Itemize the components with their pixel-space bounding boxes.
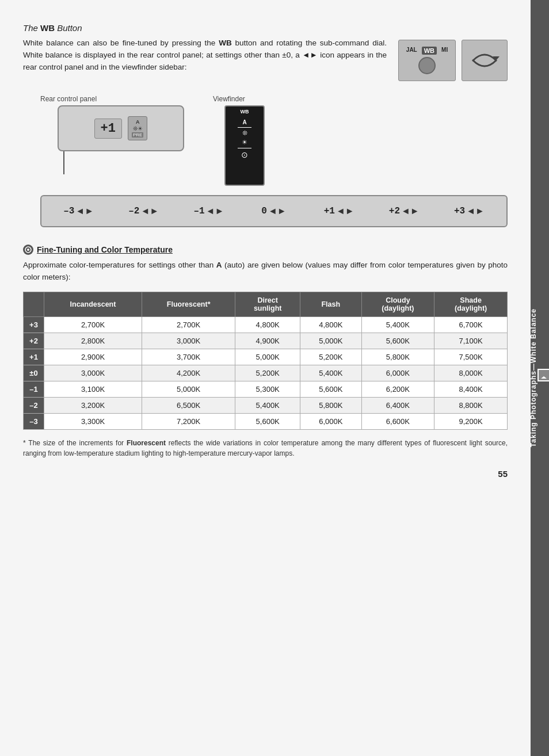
scale-arrow-p1: ◄► xyxy=(336,206,354,216)
cell-r1-c1: 3,000K xyxy=(142,333,235,349)
rear-panel-label: Rear control panel xyxy=(40,95,167,103)
cell-r2-c2: 5,000K xyxy=(235,349,300,365)
wb-pre-label: PRE xyxy=(132,132,143,138)
scale-arrow-p2: ◄► xyxy=(401,206,420,216)
scale-arrow-n2: ◄► xyxy=(140,206,159,216)
wb-sun-icon: ❊☀ xyxy=(133,125,143,132)
cell-r2-c5: 7,500K xyxy=(434,349,508,365)
cell-r0-c5: 6,700K xyxy=(434,316,508,333)
diagram-section: Rear control panel Viewfinder +1 A ❊☀ xyxy=(23,95,508,227)
rear-panel-wrapper: +1 A ❊☀ PRE xyxy=(40,105,184,174)
row-label-n2: –2 xyxy=(24,397,44,413)
main-content: The WB Button White balance can also be … xyxy=(0,0,531,756)
scale-arrow-n3: ◄► xyxy=(75,206,94,216)
cell-r4-c2: 5,300K xyxy=(235,381,300,397)
cell-r5-c5: 8,800K xyxy=(434,397,508,413)
table-row: –23,200K6,500K5,400K5,800K6,400K8,800K xyxy=(24,397,508,413)
diagram-labels: Rear control panel Viewfinder xyxy=(23,95,508,103)
title-italic-the: The xyxy=(23,23,40,33)
sidebar-label: Taking Photographs—White Balance xyxy=(529,308,537,447)
dial-label-mi: MI xyxy=(441,47,448,55)
vf-line-1 xyxy=(238,127,251,128)
scale-num-p1: +1 xyxy=(324,206,335,216)
cell-r6-c0: 3,300K xyxy=(44,413,142,429)
th-cloudy: Cloudy(daylight) xyxy=(361,292,434,316)
scale-item-n2: –2 ◄► xyxy=(111,206,176,216)
th-flash: Flash xyxy=(300,292,362,316)
cell-r4-c3: 5,600K xyxy=(300,381,362,397)
page-container: The WB Button White balance can also be … xyxy=(0,0,549,756)
cell-r5-c0: 3,200K xyxy=(44,397,142,413)
vf-line-2 xyxy=(238,148,251,148)
vf-sun2-icon: ☀ xyxy=(242,139,247,146)
table-footnote: * The size of the increments for Fluores… xyxy=(23,438,508,459)
table-header-row: Incandescent Fluorescent* Directsunlight… xyxy=(24,292,508,316)
wb-mode-icons: A ❊☀ PRE xyxy=(132,119,143,138)
cell-r0-c0: 2,700K xyxy=(44,316,142,333)
row-label-p1: +1 xyxy=(24,349,44,365)
top-section: White balance can also be fine-tuned by … xyxy=(23,37,508,81)
row-label-p3: +3 xyxy=(24,316,44,333)
cell-r3-c0: 3,000K xyxy=(44,365,142,381)
table-row: –13,100K5,000K5,300K5,600K6,200K8,400K xyxy=(24,381,508,397)
cell-r4-c0: 3,100K xyxy=(44,381,142,397)
camera-images: JAL WB MI xyxy=(398,40,508,81)
dial-labels: JAL WB MI xyxy=(406,47,448,55)
cell-r1-c5: 7,100K xyxy=(434,333,508,349)
cell-r1-c3: 5,000K xyxy=(300,333,362,349)
bookmark-svg xyxy=(540,371,548,379)
viewfinder-panel: WB A ❊ ☀ ⊙ xyxy=(224,105,265,186)
scale-num-p2: +2 xyxy=(389,206,400,216)
scale-bar: –3 ◄► –2 ◄► –1 ◄► 0 ◄► +1 ◄► xyxy=(40,195,508,227)
th-direct-sunlight: Directsunlight xyxy=(235,292,300,316)
cell-r2-c3: 5,200K xyxy=(300,349,362,365)
scale-item-p2: +2 ◄► xyxy=(372,206,437,216)
wb-body-text: White balance can also be fine-tuned by … xyxy=(23,37,387,81)
vf-icon-area: A ❊ ☀ ⊙ xyxy=(238,119,251,159)
scale-num-0: 0 xyxy=(261,206,267,216)
dial-label-wb: WB xyxy=(422,47,437,55)
th-shade: Shade(daylight) xyxy=(434,292,508,316)
table-row: +22,800K3,000K4,900K5,000K5,600K7,100K xyxy=(24,333,508,349)
cell-r6-c4: 6,600K xyxy=(361,413,434,429)
diagram-panels: +1 A ❊☀ PRE xyxy=(23,105,508,186)
table-row: +12,900K3,700K5,000K5,200K5,800K7,500K xyxy=(24,349,508,365)
cell-r3-c5: 8,000K xyxy=(434,365,508,381)
lcd-number-display: +1 xyxy=(94,119,122,139)
cell-r1-c0: 2,800K xyxy=(44,333,142,349)
cell-r1-c2: 4,900K xyxy=(235,333,300,349)
connector-line-vertical xyxy=(63,151,64,174)
table-row: ±03,000K4,200K5,200K5,400K6,000K8,000K xyxy=(24,365,508,381)
viewfinder-wrapper: WB A ❊ ☀ ⊙ xyxy=(224,105,265,186)
fine-tuning-body: Approximate color-temperatures for setti… xyxy=(23,259,508,284)
row-label-pm0: ±0 xyxy=(24,365,44,381)
fine-tuning-svg-icon xyxy=(23,245,33,255)
scale-arrow-p3: ◄► xyxy=(466,206,485,216)
table-body: +32,700K2,700K4,800K4,800K5,400K6,700K+2… xyxy=(24,316,508,429)
fine-tuning-title: Fine-Tuning and Color Temperature xyxy=(37,245,173,254)
cell-r6-c1: 7,200K xyxy=(142,413,235,429)
scale-item-p1: +1 ◄► xyxy=(307,206,372,216)
cell-r4-c1: 5,000K xyxy=(142,381,235,397)
scale-arrow-n1: ◄► xyxy=(206,206,224,216)
title-italic-button: Button xyxy=(55,23,82,33)
cell-r0-c1: 2,700K xyxy=(142,316,235,333)
vf-circle-icon: ⊙ xyxy=(241,150,248,159)
row-label-p2: +2 xyxy=(24,333,44,349)
viewfinder-label: Viewfinder xyxy=(213,95,245,103)
camera-dial-circle xyxy=(418,57,436,74)
vf-a-label: A xyxy=(242,119,246,125)
cell-r5-c1: 6,500K xyxy=(142,397,235,413)
th-fluorescent: Fluorescent* xyxy=(142,292,235,316)
scale-item-p3: +3 ◄► xyxy=(437,206,502,216)
cell-r2-c0: 2,900K xyxy=(44,349,142,365)
vf-sun-icon: ❊ xyxy=(242,129,247,137)
fine-tuning-section: Fine-Tuning and Color Temperature Approx… xyxy=(23,245,508,479)
fine-tuning-icon xyxy=(23,245,33,255)
wb-mode-a-label: A xyxy=(136,119,140,125)
cell-r3-c4: 6,000K xyxy=(361,365,434,381)
cell-r1-c4: 5,600K xyxy=(361,333,434,349)
scale-arrow-0: ◄► xyxy=(268,206,287,216)
rear-control-panel: +1 A ❊☀ PRE xyxy=(58,105,184,151)
rear-panel-content: +1 A ❊☀ PRE xyxy=(94,116,148,140)
